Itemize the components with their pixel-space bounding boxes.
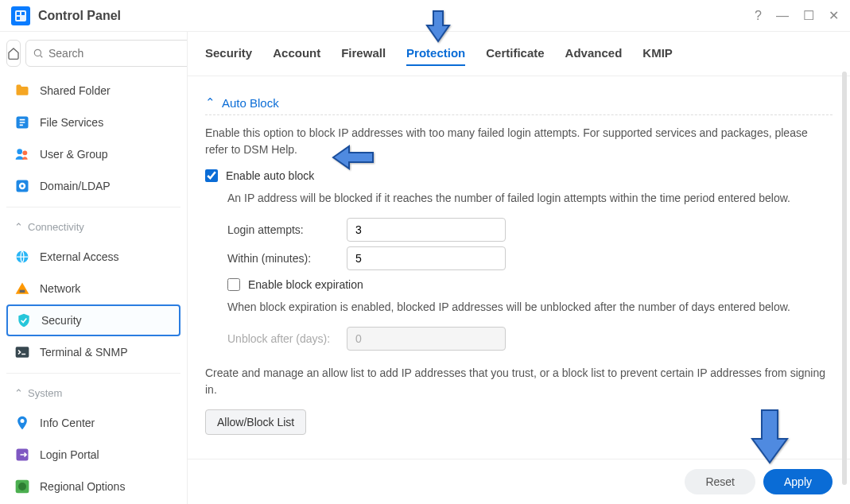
auto-block-subdesc: An IP address will be blocked if it reac… [227, 190, 833, 207]
svg-rect-3 [17, 17, 20, 20]
unblock-after-input [347, 327, 506, 351]
within-minutes-input[interactable] [347, 246, 506, 270]
svg-line-5 [41, 56, 43, 58]
sidebar-label: File Services [40, 116, 103, 129]
sidebar-label: Terminal & SNMP [40, 346, 127, 359]
enable-block-expiration-checkbox[interactable] [227, 278, 240, 291]
sidebar-label: Shared Folder [40, 84, 111, 97]
sidebar-label: Security [41, 314, 82, 327]
sidebar-item-external-access[interactable]: External Access [6, 241, 180, 273]
section-dos-protection[interactable]: ⌄ Denial-of-Service (DoS) Protection [205, 452, 833, 459]
sidebar-label: Network [40, 282, 80, 295]
folder-icon [14, 83, 30, 99]
auto-block-description: Enable this option to block IP addresses… [205, 125, 833, 158]
sidebar-label: Login Portal [40, 448, 99, 461]
enable-block-expiration-label: Enable block expiration [248, 278, 363, 291]
section-auto-block[interactable]: ⌃ Auto Block [205, 91, 833, 115]
sidebar-item-info-center[interactable]: Info Center [6, 407, 180, 439]
sidebar-label: External Access [40, 250, 119, 263]
svg-point-7 [17, 149, 22, 154]
regional-icon [14, 479, 30, 494]
help-icon[interactable]: ? [755, 9, 762, 23]
close-icon[interactable]: ✕ [829, 8, 839, 23]
sidebar-item-login-portal[interactable]: Login Portal [6, 439, 180, 471]
enable-auto-block-row: Enable auto block [205, 169, 833, 182]
home-button[interactable] [6, 40, 21, 67]
login-attempts-label: Login attempts: [227, 223, 347, 236]
search-input[interactable] [49, 47, 188, 60]
sidebar-item-user-group[interactable]: User & Group [6, 138, 180, 170]
sidebar-item-regional-options[interactable]: Regional Options [6, 471, 180, 502]
enable-auto-block-label: Enable auto block [226, 169, 314, 182]
sidebar-section-connectivity[interactable]: ⌃ Connectivity [6, 212, 180, 241]
file-services-icon [14, 114, 30, 130]
scrollbar[interactable] [842, 72, 847, 485]
tab-account[interactable]: Account [273, 46, 320, 66]
search-icon [33, 48, 44, 59]
svg-point-4 [34, 49, 41, 56]
sidebar-section-system[interactable]: ⌃ System [6, 378, 180, 407]
enable-auto-block-checkbox[interactable] [205, 169, 218, 182]
annotation-arrow-tab [419, 6, 457, 47]
within-minutes-label: Within (minutes): [227, 252, 347, 265]
svg-rect-1 [17, 12, 20, 15]
chevron-up-icon: ⌃ [14, 387, 23, 399]
info-icon [14, 415, 30, 431]
tab-certificate[interactable]: Certificate [486, 46, 544, 66]
portal-icon [14, 447, 30, 463]
svg-point-16 [21, 419, 25, 423]
login-attempts-input[interactable] [347, 218, 506, 242]
sidebar-item-domain-ldap[interactable]: Domain/LDAP [6, 170, 180, 202]
annotation-arrow-apply [746, 405, 794, 467]
content-area: ⌃ Auto Block Enable this option to block… [188, 76, 850, 459]
sidebar-item-terminal-snmp[interactable]: Terminal & SNMP [6, 336, 180, 368]
domain-icon [14, 178, 30, 194]
svg-point-11 [21, 184, 23, 187]
svg-rect-15 [16, 347, 29, 357]
allow-block-list-button[interactable]: Allow/Block List [205, 409, 306, 435]
expiration-desc: When block expiration is enabled, blocke… [227, 299, 833, 316]
control-panel-icon [11, 6, 30, 25]
shield-icon [16, 312, 32, 328]
user-group-icon [14, 146, 30, 162]
terminal-icon [14, 344, 30, 360]
unblock-after-label: Unblock after (days): [227, 332, 347, 345]
search-box[interactable] [25, 40, 188, 67]
tab-kmip[interactable]: KMIP [642, 46, 673, 66]
svg-rect-14 [20, 290, 25, 293]
window-title: Control Panel [38, 9, 755, 23]
sidebar-item-file-services[interactable]: File Services [6, 107, 180, 138]
svg-point-8 [22, 150, 27, 155]
chevron-up-icon: ⌃ [205, 95, 215, 110]
allow-block-desc: Create and manage an allow list to add I… [205, 365, 833, 398]
sidebar-item-network[interactable]: Network [6, 273, 180, 304]
svg-point-19 [18, 483, 26, 490]
sidebar-label: User & Group [40, 148, 108, 161]
maximize-icon[interactable]: ☐ [803, 8, 814, 23]
sidebar-label: Info Center [40, 417, 95, 429]
tab-protection[interactable]: Protection [406, 46, 465, 66]
minimize-icon[interactable]: — [776, 9, 789, 23]
globe-icon [14, 249, 30, 265]
tab-bar: Security Account Firewall Protection Cer… [188, 32, 850, 76]
sidebar-item-security[interactable]: Security [6, 304, 180, 336]
sidebar: Shared Folder File Services User & Group… [0, 32, 188, 504]
apply-button[interactable]: Apply [763, 469, 833, 494]
reset-button[interactable]: Reset [685, 469, 755, 494]
svg-rect-2 [21, 12, 25, 15]
chevron-up-icon: ⌃ [14, 221, 23, 233]
tab-advanced[interactable]: Advanced [565, 46, 623, 66]
tab-security[interactable]: Security [205, 46, 252, 66]
network-icon [14, 281, 30, 297]
sidebar-label: Regional Options [40, 480, 125, 493]
tab-firewall[interactable]: Firewall [341, 46, 386, 66]
sidebar-item-shared-folder[interactable]: Shared Folder [6, 75, 180, 107]
sidebar-label: Domain/LDAP [40, 180, 111, 192]
annotation-arrow-checkbox [330, 142, 378, 176]
